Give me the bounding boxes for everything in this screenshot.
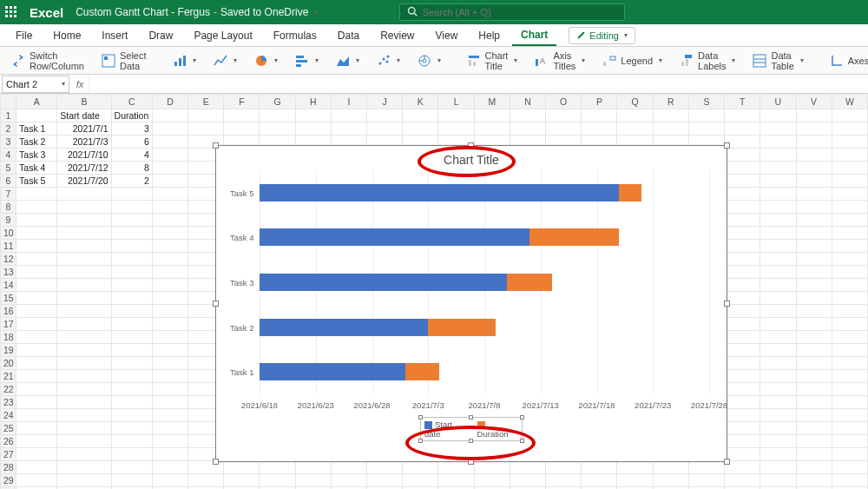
cell[interactable]	[796, 279, 832, 292]
cell[interactable]: 2021/7/12	[57, 162, 111, 175]
cell[interactable]	[725, 370, 760, 383]
col-header[interactable]: U	[760, 95, 796, 109]
cell[interactable]	[57, 201, 111, 214]
select-data-button[interactable]: Select Data	[97, 48, 151, 74]
cell[interactable]	[57, 422, 111, 435]
cell[interactable]	[295, 109, 331, 122]
cell[interactable]	[152, 122, 187, 135]
table-row[interactable]: 1Start dateDuration	[1, 109, 868, 122]
cell[interactable]	[188, 122, 224, 135]
row-header[interactable]: 17	[1, 318, 16, 331]
cell[interactable]	[546, 461, 582, 474]
cell[interactable]	[796, 240, 832, 253]
cell[interactable]	[796, 344, 832, 357]
editing-mode-button[interactable]: Editing ▾	[569, 27, 635, 44]
col-header[interactable]: M	[474, 95, 510, 109]
cell[interactable]	[725, 201, 760, 214]
cell[interactable]	[760, 149, 796, 162]
cell[interactable]: 2021/7/1	[57, 122, 111, 135]
cell[interactable]	[796, 122, 832, 135]
col-header[interactable]: E	[188, 95, 224, 109]
cell[interactable]	[57, 396, 111, 409]
cell[interactable]	[111, 188, 152, 201]
cell[interactable]	[832, 461, 867, 474]
cell[interactable]	[832, 279, 867, 292]
cell[interactable]	[617, 461, 653, 474]
cell[interactable]	[832, 175, 867, 188]
tab-data[interactable]: Data	[329, 26, 368, 45]
col-header[interactable]: O	[546, 95, 582, 109]
cell[interactable]	[760, 175, 796, 188]
cell[interactable]	[331, 109, 366, 122]
cell[interactable]	[111, 318, 152, 331]
col-header[interactable]: V	[796, 95, 832, 109]
cell[interactable]	[16, 344, 57, 357]
cell[interactable]	[796, 227, 832, 240]
cell[interactable]	[796, 162, 832, 175]
bar-segment-startdate[interactable]	[260, 228, 529, 246]
bar-segment-duration[interactable]	[507, 274, 552, 291]
cell[interactable]	[760, 253, 796, 266]
cell[interactable]	[760, 474, 796, 487]
cell[interactable]	[403, 109, 438, 122]
cell[interactable]	[832, 370, 867, 383]
cell[interactable]	[260, 122, 295, 135]
resize-handle[interactable]	[724, 301, 730, 307]
cell[interactable]	[111, 396, 152, 409]
data-table-button[interactable]: Data Table▾	[748, 48, 807, 74]
cell[interactable]	[111, 201, 152, 214]
cell[interactable]	[796, 135, 832, 149]
cell[interactable]	[653, 122, 688, 135]
cell[interactable]	[16, 383, 57, 396]
cell[interactable]	[653, 109, 688, 122]
bar-segment-startdate[interactable]	[260, 274, 507, 291]
cell[interactable]	[16, 357, 57, 370]
cell[interactable]	[57, 266, 111, 279]
cell[interactable]	[832, 162, 867, 175]
cell[interactable]	[224, 461, 260, 474]
cell[interactable]	[725, 227, 760, 240]
cell[interactable]	[16, 279, 57, 292]
cell[interactable]	[796, 175, 832, 188]
col-header[interactable]: I	[331, 95, 366, 109]
cell[interactable]	[725, 383, 760, 396]
cell[interactable]	[111, 214, 152, 227]
row-header[interactable]: 23	[1, 396, 16, 409]
cell[interactable]	[152, 331, 187, 344]
col-header[interactable]: S	[688, 95, 724, 109]
cell[interactable]	[832, 422, 867, 435]
cell[interactable]	[57, 292, 111, 305]
switch-row-column-button[interactable]: Switch Row/Column	[7, 48, 89, 74]
cell[interactable]	[16, 422, 57, 435]
cell[interactable]: Task 1	[16, 122, 57, 135]
column-header-row[interactable]: A B C D E F G H I J K L M N O P Q R S T	[1, 95, 868, 109]
cell[interactable]	[688, 474, 724, 487]
cell[interactable]	[57, 409, 111, 422]
table-row[interactable]: 29	[1, 474, 868, 487]
cell[interactable]	[832, 240, 867, 253]
resize-handle[interactable]	[520, 415, 524, 420]
cell[interactable]	[725, 214, 760, 227]
cell[interactable]	[832, 331, 867, 344]
cell[interactable]	[188, 109, 224, 122]
col-header[interactable]: F	[224, 95, 260, 109]
cell[interactable]	[725, 109, 760, 122]
cell[interactable]	[438, 474, 474, 487]
cell[interactable]	[760, 318, 796, 331]
cell[interactable]	[796, 396, 832, 409]
cell[interactable]: 2	[111, 175, 152, 188]
search-box[interactable]	[399, 3, 625, 21]
cell[interactable]	[510, 109, 545, 122]
row-header[interactable]: 13	[1, 266, 16, 279]
cell[interactable]	[111, 357, 152, 370]
cell[interactable]	[111, 227, 152, 240]
document-name[interactable]: Custom Gantt Chart - Fergus - Saved to O…	[76, 6, 317, 18]
cell[interactable]	[438, 109, 474, 122]
cell[interactable]	[16, 474, 57, 487]
chart-object[interactable]: Chart Title 2021/6/182021/6/232021/6/282…	[215, 145, 727, 462]
cell[interactable]: Start date	[57, 109, 111, 122]
cell[interactable]	[57, 331, 111, 344]
cell[interactable]	[16, 292, 57, 305]
cell[interactable]: Task 5	[16, 175, 57, 188]
worksheet-area[interactable]: A B C D E F G H I J K L M N O P Q R S T	[0, 94, 868, 489]
